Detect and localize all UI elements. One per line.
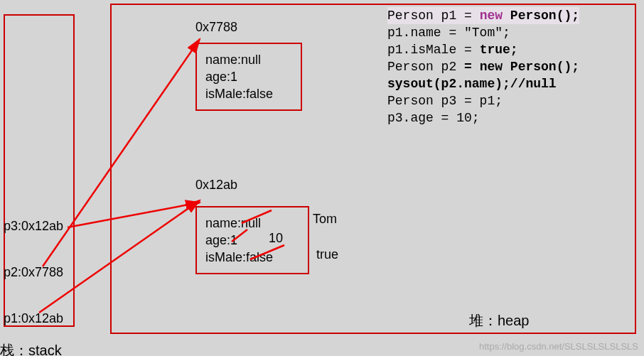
code-text: = new Person(); [464,60,579,74]
object-box-2: name:null age:1 isMale:false [195,206,309,274]
stack-item-p2: p2:0x7788 [4,265,63,280]
stack-item-p3: p3:0x12ab [4,219,63,234]
code-line-7: p3.age = 10; [387,109,629,126]
code-keyword-new: new [480,9,503,23]
field: isMale:false [205,249,299,266]
stack-box [4,14,75,327]
object-address-2: 0x12ab [195,178,237,193]
stack-item-p1: p1:0x12ab [4,311,63,326]
code-line-6: Person p3 = p1; [387,92,629,109]
field: name:null [205,215,299,232]
code-text: true; [480,43,518,57]
code-text: Person(); [503,9,579,23]
replacement-ismale: true [316,247,338,262]
watermark: https://blog.csdn.net/SLSLSLSLSLSLS [479,341,638,352]
replacement-name: Tom [313,212,337,227]
object-address-1: 0x7788 [195,20,237,35]
code-line-4: Person p2 = new Person(); [387,58,629,75]
replacement-age: 10 [269,231,283,246]
field: age:1 [205,68,292,85]
code-line-2: p1.name = "Tom"; [387,24,629,41]
code-text: p1.isMale = [387,43,480,57]
code-text: Person p2 [387,60,464,74]
code-text: Person p1 = [387,9,480,23]
object-box-1: name:null age:1 isMale:false [195,43,302,111]
code-line-1: Person p1 = new Person(); [387,7,629,24]
stack-label: 栈：stack [0,341,62,356]
code-block: Person p1 = new Person(); p1.name = "Tom… [387,7,629,126]
code-line-5: sysout(p2.name);//null [387,75,629,92]
field: name:null [205,51,292,68]
field: isMale:false [205,85,292,102]
code-line-3: p1.isMale = true; [387,41,629,58]
heap-label: 堆：heap [469,311,530,330]
field: age:1 [205,232,299,249]
